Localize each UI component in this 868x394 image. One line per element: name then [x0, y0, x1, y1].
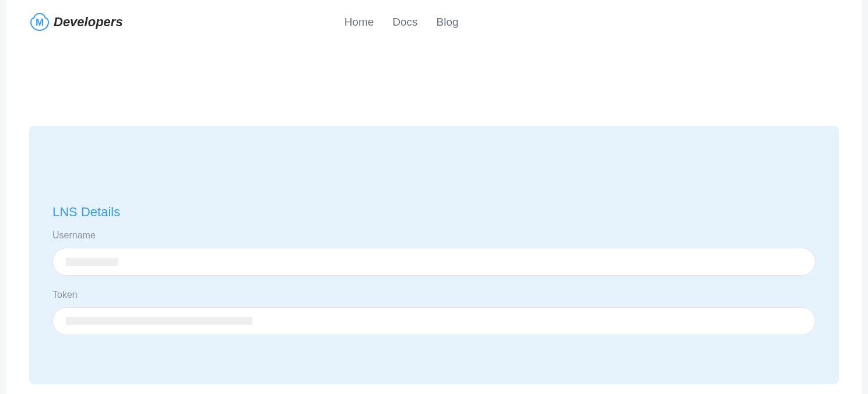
logo-icon: M [29, 12, 50, 33]
card-title: LNS Details [52, 205, 816, 220]
logo[interactable]: M Developers [29, 12, 123, 33]
logo-text: Developers [54, 15, 123, 30]
main-nav: Home Docs Blog [345, 16, 459, 29]
page-container: M Developers Home Docs Blog LNS Details … [6, 0, 862, 394]
redacted-value [66, 258, 118, 266]
redacted-value [66, 317, 252, 325]
header: M Developers Home Docs Blog [6, 0, 862, 44]
nav-home[interactable]: Home [345, 16, 374, 29]
svg-text:M: M [36, 17, 44, 28]
token-label: Token [52, 290, 816, 300]
username-input[interactable] [52, 248, 816, 276]
token-input[interactable] [52, 307, 816, 335]
nav-docs[interactable]: Docs [392, 16, 417, 29]
nav-blog[interactable]: Blog [437, 16, 459, 29]
username-label: Username [52, 230, 816, 241]
content: LNS Details Username Token [6, 44, 862, 384]
lns-details-card: LNS Details Username Token [29, 126, 839, 384]
